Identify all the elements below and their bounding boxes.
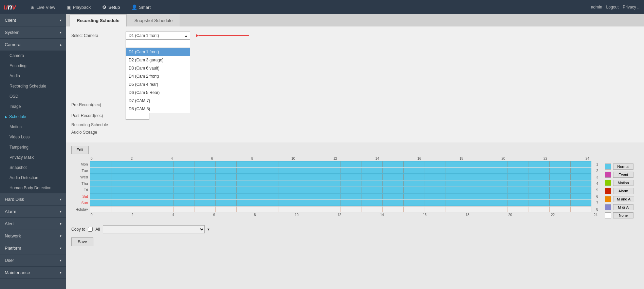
grid-bar-holiday[interactable] — [90, 206, 591, 212]
sidebar-group-camera: Camera ▴ Camera Encoding Audio Recording… — [0, 39, 66, 193]
legend-btn-motion[interactable]: Motion — [613, 180, 633, 186]
legend-color-motion — [605, 180, 611, 186]
legend-color-event — [605, 172, 611, 178]
grid-bar-thu[interactable] — [90, 180, 591, 187]
sidebar-item-schedule[interactable]: ▶ Schedule — [0, 112, 66, 122]
main-content: Recording Schedule Snapshot Schedule Sel… — [66, 14, 644, 289]
legend-color-m-or-a — [605, 204, 611, 210]
sidebar-item-recording-schedule[interactable]: Recording Schedule — [0, 81, 66, 91]
sidebar-group-platform-header[interactable]: Platform ▾ — [0, 242, 66, 254]
sidebar-group-maintenance-label: Maintenance — [5, 270, 30, 275]
sidebar-item-privacy-mask[interactable]: Privacy Mask — [0, 152, 66, 162]
grid-row-mon: Mon 1 — [71, 161, 598, 167]
camera-select-button[interactable]: D1 (Cam 1 front) ▲ — [126, 32, 190, 40]
chevron-down-icon: ▾ — [60, 234, 61, 238]
audio-storage-label: Audio Storage — [71, 130, 126, 135]
grid-bar-fri[interactable] — [90, 187, 591, 193]
logout-link[interactable]: Logout — [606, 5, 619, 9]
sidebar-group-platform-label: Platform — [5, 246, 21, 251]
camera-option-d6[interactable]: D6 (Cam 5 Rear) — [126, 89, 190, 97]
chevron-up-icon: ▴ — [60, 43, 61, 46]
camera-option-d2[interactable]: D2 (Cam 3 garage) — [126, 56, 190, 64]
grid-row-sun: Sun 7 — [71, 200, 598, 206]
sidebar-group-maintenance: Maintenance ▾ — [0, 267, 66, 279]
tab-snapshot-schedule[interactable]: Snapshot Schedule — [127, 14, 180, 26]
sidebar-group-client-header[interactable]: Client ▾ — [0, 14, 66, 26]
grid-bar-tue[interactable] — [90, 168, 591, 174]
sidebar-group-platform: Platform ▾ — [0, 242, 66, 254]
nav-setup[interactable]: ⚙ Setup — [97, 2, 125, 12]
sidebar-item-audio-detection[interactable]: Audio Detection — [0, 173, 66, 183]
playback-icon: ▣ — [67, 4, 71, 10]
camera-dropdown-container: D1 (Cam 1 front) ▲ D1 (Cam 1 front) D2 (… — [126, 32, 190, 40]
copy-to-select[interactable] — [103, 225, 205, 233]
sidebar-item-snapshot[interactable]: Snapshot — [0, 162, 66, 173]
sidebar-group-alert: Alert ▾ — [0, 218, 66, 230]
sidebar-item-image[interactable]: Image — [0, 101, 66, 112]
camera-option-d5[interactable]: D5 (Cam 4 rear) — [126, 80, 190, 89]
camera-select-wrapper: D1 (Cam 1 front) ▲ — [126, 32, 190, 40]
sidebar-group-hard-disk-label: Hard Disk — [5, 197, 24, 202]
grid-bar-wed[interactable] — [90, 174, 591, 180]
camera-option-d1[interactable]: D1 (Cam 1 front) — [126, 48, 190, 56]
sidebar-item-encoding[interactable]: Encoding — [0, 61, 66, 71]
sidebar-group-hard-disk-header[interactable]: Hard Disk ▾ — [0, 193, 66, 205]
legend-event: Event — [605, 172, 639, 178]
sidebar-group-system-header[interactable]: System ▾ — [0, 26, 66, 38]
legend-btn-m-or-a[interactable]: M or A — [613, 204, 633, 210]
sidebar-group-network: Network ▾ — [0, 230, 66, 242]
sidebar-item-tampering[interactable]: Tampering — [0, 142, 66, 152]
grid-bar-sat[interactable] — [90, 193, 591, 199]
sidebar-group-alert-header[interactable]: Alert ▾ — [0, 218, 66, 230]
save-button[interactable]: Save — [71, 237, 93, 246]
recording-schedule-row: Recording Schedule — [71, 122, 639, 127]
sidebar-item-video-loss[interactable]: Video Loss — [0, 132, 66, 142]
sidebar-item-camera[interactable]: Camera — [0, 51, 66, 61]
legend-btn-normal[interactable]: Normal — [613, 163, 633, 170]
sidebar-item-audio[interactable]: Audio — [0, 71, 66, 81]
legend-color-alarm — [605, 188, 611, 194]
sidebar-item-motion[interactable]: Motion — [0, 122, 66, 132]
nav-live-view[interactable]: ⊞ Live View — [26, 2, 60, 12]
sidebar-group-alarm-header[interactable]: Alarm ▾ — [0, 206, 66, 217]
privacy-link[interactable]: Privacy ... — [623, 5, 641, 9]
camera-option-d3[interactable]: D3 (Cam 6 vault) — [126, 64, 190, 72]
arrow-right-icon: ▶ — [5, 115, 7, 119]
camera-dropdown-list: D1 (Cam 1 front) D2 (Cam 3 garage) D3 (C… — [126, 40, 190, 113]
schedule-section: Edit 0 2 4 6 8 10 12 14 — [66, 142, 644, 222]
sidebar-group-maintenance-header[interactable]: Maintenance ▾ — [0, 267, 66, 278]
form-area: Select Camera D1 (Cam 1 front) ▲ D1 ( — [66, 26, 644, 142]
legend-btn-none[interactable]: None — [613, 212, 633, 218]
red-arrow-svg — [196, 32, 251, 40]
edit-button[interactable]: Edit — [71, 146, 89, 154]
legend-btn-m-and-a[interactable]: M and A — [613, 196, 634, 202]
camera-option-d7[interactable]: D7 (CAM 7) — [126, 97, 190, 105]
copy-to-all-checkbox[interactable] — [88, 227, 93, 232]
tab-recording-schedule[interactable]: Recording Schedule — [70, 14, 127, 26]
legend-motion: Motion — [605, 180, 639, 186]
logo: unv — [3, 3, 16, 12]
legend-none: None — [605, 212, 639, 218]
grid-row-num-fri: 5 — [591, 188, 598, 192]
nav-smart[interactable]: 👤 Smart — [127, 2, 155, 12]
grid-day-sat: Sat — [71, 194, 90, 198]
grid-row-thu: Thu 4 — [71, 180, 598, 187]
camera-option-d8[interactable]: D8 (CAM 8) — [126, 105, 190, 113]
sidebar: Client ▾ System ▾ Camera ▴ Camera Encodi… — [0, 14, 66, 289]
grid-bar-mon[interactable] — [90, 161, 591, 167]
grid-row-sat: Sat 6 — [71, 193, 598, 199]
sidebar-group-network-header[interactable]: Network ▾ — [0, 230, 66, 242]
sidebar-group-user-header[interactable]: User ▾ — [0, 254, 66, 266]
nav-playback[interactable]: ▣ Playback — [62, 2, 96, 12]
camera-option-d4[interactable]: D4 (Cam 2 front) — [126, 72, 190, 80]
grid-bar-sun[interactable] — [90, 200, 591, 206]
sidebar-group-camera-header[interactable]: Camera ▴ — [0, 39, 66, 51]
camera-search-input[interactable] — [126, 40, 190, 48]
recording-schedule-label: Recording Schedule — [71, 122, 126, 127]
sidebar-item-schedule-label: Schedule — [9, 114, 26, 119]
sidebar-item-osd[interactable]: OSD — [0, 91, 66, 101]
sidebar-item-human-body-detection[interactable]: Human Body Detection — [0, 183, 66, 193]
grid-bar-lines-mon — [90, 161, 591, 167]
legend-btn-event[interactable]: Event — [613, 172, 633, 178]
legend-btn-alarm[interactable]: Alarm — [613, 188, 633, 194]
